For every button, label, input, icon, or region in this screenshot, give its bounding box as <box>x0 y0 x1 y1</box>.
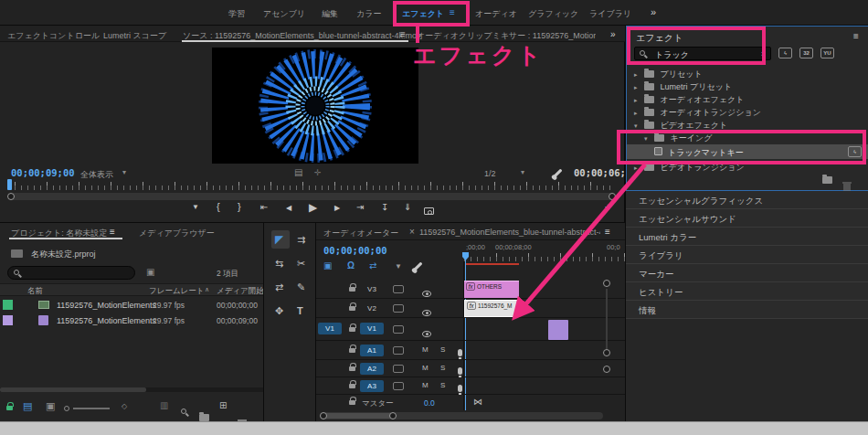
tree-item-track-matte-key-selected[interactable]: トラックマットキー ϟ <box>627 144 868 159</box>
button-editor-plus[interactable]: + <box>605 201 611 214</box>
effects-panel-menu-icon[interactable]: ≡ <box>853 31 859 41</box>
project-column-headers[interactable]: 名前 フレームレート ∧ メディア開始 <box>0 283 264 296</box>
panel-header-libraries[interactable]: ライブラリ <box>626 246 868 264</box>
source-zoom-handle-right[interactable] <box>609 193 616 200</box>
clip-v2-selected[interactable]: fx11592576_M <box>464 300 519 317</box>
track-lock-icon[interactable] <box>349 384 355 388</box>
tab-media-browser[interactable]: メディアブラウザー <box>139 228 215 239</box>
sync-lock-icon[interactable] <box>393 304 404 313</box>
search-bins-icon[interactable]: ▣ <box>146 267 154 277</box>
go-to-in-button[interactable]: ⇤ <box>260 202 268 212</box>
overwrite-button[interactable]: ⇓ <box>404 202 411 212</box>
table-row[interactable]: 11592576_MotionElements 29.97 fps 00;00;… <box>0 298 264 312</box>
column-framerate[interactable]: フレームレート <box>149 286 205 297</box>
tree-item-lumetri-presets[interactable]: ▸ Lumetri プリセット <box>634 81 732 93</box>
chevron-right-icon[interactable]: ▸ <box>634 71 638 78</box>
chevron-right-icon[interactable]: ▸ <box>634 97 638 103</box>
tree-item-video-effects[interactable]: ▾ ビデオエフェクト <box>634 120 727 132</box>
panel-header-history[interactable]: ヒストリー <box>626 282 868 301</box>
track-target-v3[interactable]: V3 <box>360 283 384 295</box>
sort-ascending-icon[interactable]: ∧ <box>205 286 209 293</box>
track-target-a3[interactable]: A3 <box>360 380 384 392</box>
yuv-effects-badge[interactable]: YU <box>820 48 834 58</box>
zoom-select-chevron-icon[interactable]: ▾ <box>521 168 524 176</box>
track-output-eye-icon[interactable] <box>422 291 431 297</box>
sequence-tab-menu-icon[interactable]: ≡ <box>605 227 610 237</box>
mute-button[interactable]: M <box>422 364 429 372</box>
label-color-chip-lavender[interactable] <box>3 315 13 325</box>
chevron-down-icon[interactable]: ▾ <box>644 135 648 142</box>
source-time-ruler[interactable] <box>15 181 616 190</box>
solo-button[interactable]: S <box>440 345 445 354</box>
zoom-slider-handle[interactable] <box>64 406 69 411</box>
timeline-timecode[interactable]: 00;00;00;00 <box>323 245 387 256</box>
tree-item-video-transitions[interactable]: ▸ ビデオトランジション <box>634 162 745 174</box>
track-lock-icon[interactable] <box>349 366 355 371</box>
track-target-a1[interactable]: A1 <box>360 345 384 356</box>
timeline-vscroll-handle-top[interactable] <box>603 280 610 287</box>
nest-toggle-icon[interactable]: ▣ <box>323 260 332 271</box>
track-select-forward-tool[interactable]: ⇉ <box>297 234 305 246</box>
tree-item-audio-transitions[interactable]: ▸ オーディオトランジション <box>634 107 761 119</box>
tab-lumetri-scopes[interactable]: Lumetri スコープ <box>103 30 166 42</box>
track-lock-icon[interactable] <box>349 400 355 405</box>
export-frame-camera-icon[interactable] <box>424 207 434 215</box>
sequence-tab-close-icon[interactable]: × <box>409 227 415 237</box>
sync-lock-icon[interactable] <box>393 365 404 373</box>
workspace-overflow-chevron[interactable]: » <box>651 6 656 17</box>
step-back-button[interactable]: ◀ <box>286 204 291 212</box>
voiceover-mic-icon[interactable] <box>458 367 462 375</box>
track-lock-icon[interactable] <box>349 327 355 332</box>
add-marker-button[interactable]: ▼ <box>192 203 199 211</box>
go-to-out-button[interactable]: ⇥ <box>356 202 364 212</box>
clip-v1-fragment[interactable] <box>548 320 568 340</box>
ripple-edit-tool[interactable]: ⇆ <box>275 258 283 270</box>
panel-header-lumetri-color[interactable]: Lumetri カラー <box>626 228 868 246</box>
timeline-hscrollbar[interactable] <box>320 412 603 419</box>
timeline-hscroll-handle-left[interactable] <box>320 412 327 419</box>
workspace-tab-assembly[interactable]: アセンブリ <box>263 8 305 20</box>
track-output-eye-icon[interactable] <box>422 331 431 337</box>
pen-tool[interactable]: ✎ <box>297 281 305 293</box>
razor-tool[interactable]: ✂ <box>297 258 305 270</box>
label-color-chip-green[interactable] <box>3 300 13 310</box>
tab-audio-meters[interactable]: オーディオメーター <box>323 228 398 239</box>
icon-view-icon[interactable]: ▣ <box>46 400 55 412</box>
source-playhead[interactable] <box>7 179 12 190</box>
fit-select-chevron-icon[interactable]: ▾ <box>122 168 126 176</box>
source-zoom-scrollbar[interactable] <box>9 193 616 200</box>
tab-sequence-active[interactable]: 11592576_MotionElements_blue-tunnel-abst… <box>419 228 600 237</box>
effects-panel-title[interactable]: エフェクト <box>636 32 683 45</box>
project-hscrollbar[interactable] <box>0 387 264 392</box>
row-name[interactable]: 11592576_MotionElements <box>57 316 156 325</box>
source-zoom-handle-left[interactable] <box>7 193 15 200</box>
type-tool[interactable]: T <box>297 305 303 316</box>
chevron-down-icon[interactable]: ▾ <box>634 122 638 129</box>
slip-tool[interactable]: ⇄ <box>275 281 283 293</box>
track-lock-icon[interactable] <box>349 306 355 311</box>
project-file-name[interactable]: 名称未設定.prproj <box>31 249 96 260</box>
workspace-tab-editing[interactable]: 編集 <box>322 8 338 20</box>
workspace-tab-learning[interactable]: 学習 <box>228 8 245 20</box>
mute-button[interactable]: M <box>422 345 429 354</box>
sync-lock-icon[interactable] <box>393 285 404 293</box>
track-lock-icon[interactable] <box>349 348 355 353</box>
mark-out-button[interactable]: } <box>238 201 241 212</box>
track-target-v2[interactable]: V2 <box>360 302 384 314</box>
tab-effect-controls[interactable]: エフェクトコントロール <box>7 30 100 42</box>
new-item-icon[interactable]: ⊞ <box>219 400 227 410</box>
automate-to-sequence-icon[interactable]: ▥ <box>160 400 168 410</box>
monitor-tabs-overflow-chevron[interactable]: » <box>610 29 616 39</box>
source-patch-v1[interactable]: V1 <box>318 323 342 334</box>
list-view-icon[interactable]: ▤ <box>23 400 32 412</box>
workspace-tab-menu-icon[interactable]: ≡ <box>450 7 455 17</box>
mark-in-button[interactable]: { <box>217 201 220 212</box>
workspace-tab-color[interactable]: カラー <box>356 8 381 20</box>
voiceover-mic-icon[interactable] <box>458 385 462 392</box>
workspace-tab-effects[interactable]: エフェクト <box>402 8 444 20</box>
panel-header-info[interactable]: 情報 <box>626 301 868 319</box>
project-search-input[interactable] <box>7 266 135 280</box>
chevron-right-icon[interactable]: ▸ <box>634 84 638 90</box>
new-bin-folder-icon[interactable] <box>199 414 209 421</box>
track-target-v1[interactable]: V1 <box>360 323 384 334</box>
